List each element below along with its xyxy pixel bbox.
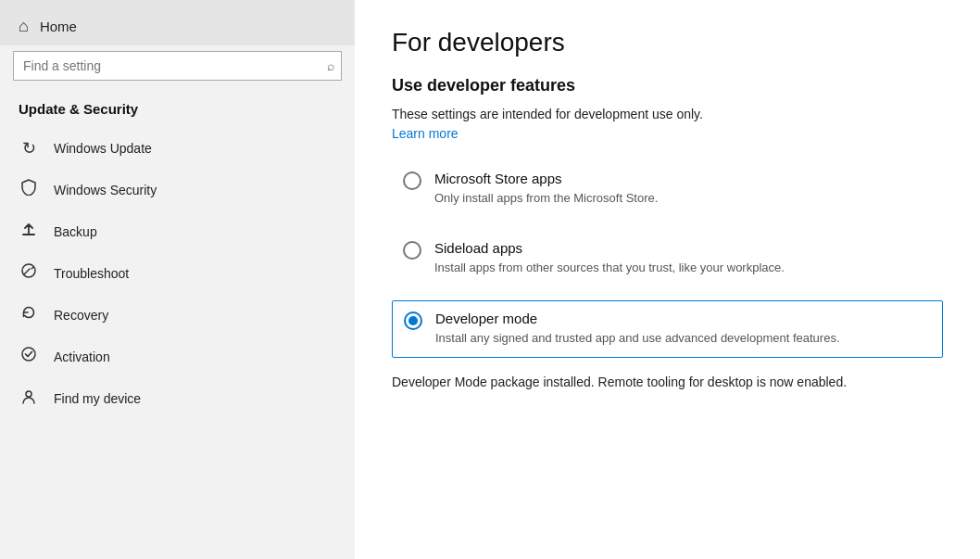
sideload-desc: Install apps from other sources that you… (434, 260, 785, 276)
backup-icon (19, 221, 39, 242)
learn-more-link[interactable]: Learn more (392, 126, 459, 141)
home-icon: ⌂ (19, 17, 29, 36)
microsoft-store-desc: Only install apps from the Microsoft Sto… (434, 190, 658, 207)
developer-mode-label: Developer mode (435, 311, 840, 326)
search-input[interactable] (13, 51, 342, 81)
home-label: Home (40, 19, 77, 34)
svg-point-4 (26, 391, 31, 397)
sidebar-item-backup[interactable]: Backup (0, 210, 355, 252)
activation-icon (19, 346, 39, 367)
microsoft-store-option[interactable]: Microsoft Store apps Only install apps f… (392, 161, 943, 216)
sidebar-item-windows-security[interactable]: Windows Security (0, 169, 355, 210)
sidebar-item-activation[interactable]: Activation (0, 336, 355, 377)
windows-update-icon: ↻ (19, 138, 39, 159)
section-heading: Use developer features (392, 76, 943, 95)
developer-mode-content: Developer mode Install any signed and tr… (435, 311, 840, 347)
troubleshoot-icon (19, 262, 39, 284)
description-text: These settings are intended for developm… (392, 107, 943, 121)
developer-mode-radio[interactable] (404, 311, 422, 330)
developer-mode-desc: Install any signed and trusted app and u… (435, 330, 840, 347)
sideload-label: Sideload apps (434, 240, 785, 256)
radio-inner-dot (408, 316, 418, 325)
sidebar-item-find-my-device[interactable]: Find my device (0, 377, 355, 419)
microsoft-store-radio[interactable] (403, 172, 421, 190)
sidebar-item-label: Activation (54, 349, 110, 364)
sidebar-item-label: Windows Update (54, 141, 152, 156)
svg-point-3 (22, 348, 35, 361)
microsoft-store-content: Microsoft Store apps Only install apps f… (434, 171, 658, 207)
page-title: For developers (392, 28, 943, 57)
sidebar-item-label: Find my device (54, 391, 141, 406)
status-text: Developer Mode package installed. Remote… (392, 373, 943, 392)
sideload-content: Sideload apps Install apps from other so… (434, 240, 785, 276)
home-nav-item[interactable]: ⌂ Home (0, 0, 355, 45)
main-content: For developers Use developer features Th… (355, 0, 980, 559)
sidebar-item-troubleshoot[interactable]: Troubleshoot (0, 252, 355, 294)
sideload-radio[interactable] (403, 241, 421, 260)
sidebar: ⌂ Home ⌕ Update & Security ↻ Windows Upd… (0, 0, 355, 559)
windows-security-icon (19, 179, 39, 200)
search-box: ⌕ (13, 51, 342, 81)
sidebar-section-title: Update & Security (0, 94, 355, 128)
sidebar-item-label: Recovery (54, 308, 108, 323)
sideload-option[interactable]: Sideload apps Install apps from other so… (392, 231, 943, 286)
sidebar-item-recovery[interactable]: Recovery (0, 294, 355, 336)
sidebar-item-label: Windows Security (54, 183, 157, 197)
sidebar-item-label: Backup (54, 224, 97, 239)
sidebar-item-windows-update[interactable]: ↻ Windows Update (0, 128, 355, 169)
recovery-icon (19, 304, 39, 325)
sidebar-item-label: Troubleshoot (54, 266, 129, 281)
developer-mode-option[interactable]: Developer mode Install any signed and tr… (392, 300, 943, 357)
microsoft-store-label: Microsoft Store apps (434, 171, 658, 186)
find-my-device-icon (19, 387, 39, 409)
